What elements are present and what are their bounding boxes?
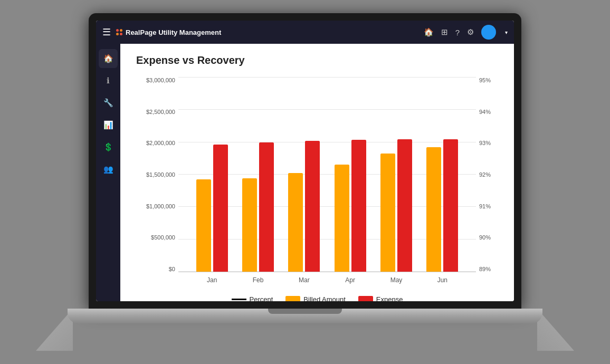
y-tick-left: $0: [169, 266, 175, 272]
chart-container: $3,000,000$2,500,000$2,000,000$1,500,000…: [136, 77, 498, 288]
main-content: Expense vs Recovery $3,000,000$2,500,000…: [120, 44, 514, 301]
y-tick-right: 92%: [479, 171, 491, 178]
x-axis: JanFebMarAprMayJun: [178, 272, 476, 288]
logo-dot-3: [116, 33, 119, 35]
x-tick: Mar: [281, 276, 327, 284]
y-tick-right: 89%: [479, 266, 491, 272]
y-tick-left: $2,500,000: [146, 109, 175, 115]
bar-billed: [426, 147, 441, 272]
y-tick-right: 90%: [479, 234, 491, 241]
chart-title: Expense vs Recovery: [136, 54, 498, 66]
bar-billed: [242, 178, 257, 272]
legend-line-percent: [232, 299, 246, 300]
bar-expense: [443, 139, 458, 272]
y-tick-left: $1,000,000: [146, 203, 175, 209]
chart-plot: [178, 77, 476, 272]
bars-area: [178, 77, 476, 272]
bar-group: [327, 140, 373, 272]
topbar-right: 🏠 ⊞ ? ⚙ ▾: [424, 25, 508, 40]
bar-group: [373, 139, 419, 272]
y-tick-left: $500,000: [151, 234, 175, 241]
bar-group: [420, 139, 465, 272]
avatar-chevron-icon: ▾: [505, 30, 508, 35]
bar-expense: [213, 145, 228, 272]
y-axis-left: $3,000,000$2,500,000$2,000,000$1,500,000…: [136, 77, 178, 288]
grid-icon[interactable]: ⊞: [441, 27, 448, 37]
app-logo: RealPage Utility Management: [116, 28, 221, 36]
legend-item-expense: Expense: [358, 295, 403, 301]
bar-billed: [288, 173, 303, 272]
bar-group: [235, 142, 281, 272]
app-title: RealPage Utility Management: [126, 28, 221, 36]
sidebar-item-home[interactable]: 🏠: [99, 49, 118, 68]
y-axis-right: 95%94%93%92%91%90%89%: [476, 77, 498, 288]
x-tick: May: [373, 276, 419, 284]
help-icon[interactable]: ?: [455, 28, 460, 37]
logo-dot-2: [120, 29, 122, 32]
x-tick: Feb: [235, 276, 281, 284]
legend-label-expense: Expense: [376, 295, 403, 301]
bar-group: [281, 141, 327, 272]
legend-swatch-expense: [358, 296, 373, 302]
y-tick-right: 93%: [479, 140, 491, 146]
y-tick-right: 95%: [479, 77, 491, 83]
logo-dot-4: [120, 33, 122, 35]
settings-icon[interactable]: ⚙: [467, 27, 474, 37]
chart-legend: Percent Billed Amount Expense: [136, 295, 498, 301]
bar-group: [189, 145, 235, 272]
x-tick: Apr: [327, 276, 373, 284]
y-tick-right: 91%: [479, 203, 491, 209]
chart-inner: JanFebMarAprMayJun: [178, 77, 476, 288]
sidebar-item-info[interactable]: ℹ: [99, 71, 118, 90]
app-body: 🏠 ℹ 🔧 📊 💲 👥 Expense vs Recovery $3,000,0…: [96, 44, 514, 301]
x-tick: Jan: [189, 276, 235, 284]
y-tick-right: 94%: [479, 109, 491, 115]
sidebar-item-chart[interactable]: 📊: [99, 116, 118, 135]
y-tick-left: $1,500,000: [146, 171, 175, 178]
legend-label-billed: Billed Amount: [303, 295, 346, 301]
legend-item-billed: Billed Amount: [285, 295, 346, 301]
hamburger-menu[interactable]: ☰: [102, 26, 111, 38]
sidebar-item-users[interactable]: 👥: [99, 160, 118, 179]
bar-billed: [380, 154, 395, 272]
topbar: ☰ RealPage Utility Management: [96, 21, 514, 44]
laptop-base: [68, 309, 542, 323]
y-tick-left: $2,000,000: [146, 140, 175, 146]
legend-item-percent: Percent: [232, 295, 273, 301]
y-tick-left: $3,000,000: [146, 77, 175, 83]
home-icon[interactable]: 🏠: [424, 27, 434, 37]
bar-expense: [259, 142, 274, 272]
logo-dots: [116, 29, 122, 35]
sidebar-item-billing[interactable]: 💲: [99, 138, 118, 157]
bar-billed: [335, 165, 349, 272]
logo-dot-1: [116, 29, 119, 32]
user-avatar[interactable]: [481, 25, 496, 40]
x-tick: Jun: [420, 276, 465, 284]
bar-billed: [196, 179, 211, 272]
sidebar-item-tools[interactable]: 🔧: [99, 93, 118, 112]
legend-swatch-billed: [285, 296, 300, 302]
bar-expense: [305, 141, 320, 272]
bar-expense: [351, 140, 366, 272]
bar-expense: [397, 139, 412, 272]
legend-label-percent: Percent: [250, 295, 273, 301]
sidebar: 🏠 ℹ 🔧 📊 💲 👥: [96, 44, 120, 301]
